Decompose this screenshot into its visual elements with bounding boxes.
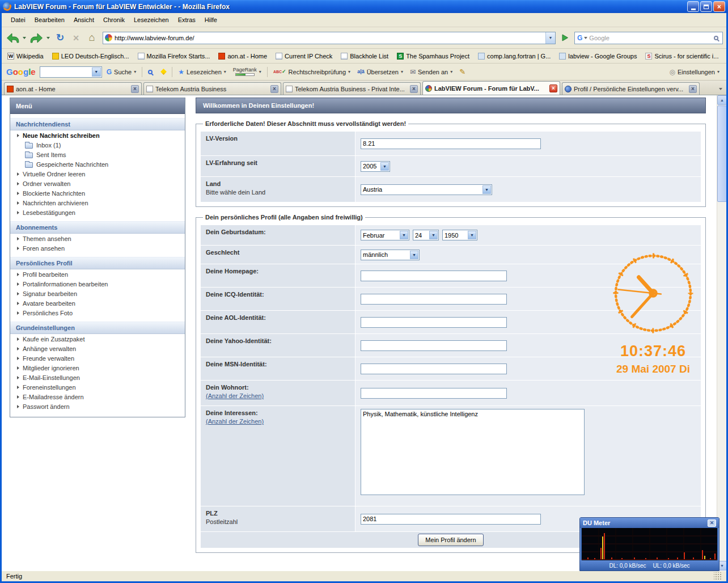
go-button[interactable]: [559, 33, 571, 42]
lv-erfahrung-select[interactable]: 2005▼: [361, 161, 390, 172]
sidebar-item-pers-nliches-foto[interactable]: Persönliches Foto: [10, 308, 185, 318]
save-profile-button[interactable]: Mein Profil ändern: [418, 534, 483, 546]
google-search-button[interactable]: G Suche ▾: [104, 67, 139, 77]
tab-telekom-austria-business[interactable]: Telekom Austria Business×: [143, 82, 281, 95]
translate-button[interactable]: a|ä Übersetzen ▾: [355, 67, 405, 77]
site-search-button[interactable]: [146, 69, 156, 75]
geschlecht-select[interactable]: männlich▼: [361, 250, 420, 260]
menu-datei[interactable]: Datei: [6, 14, 30, 26]
tab-close-button[interactable]: ×: [270, 85, 278, 93]
sidebar-item-foreneinstellungen[interactable]: Foreneinstellungen: [10, 382, 185, 392]
sidebar-item-inbox-1[interactable]: Inbox (1): [10, 140, 185, 150]
web-search-input[interactable]: [589, 35, 712, 41]
scrollbar-thumb[interactable]: [717, 105, 726, 202]
sidebar-item-avatare-bearbeiten[interactable]: Avatare bearbeiten: [10, 298, 185, 308]
title-bar[interactable]: LabVIEW Forum - Forum für LabVIEW Entwic…: [0, 0, 728, 13]
homepage-input[interactable]: [361, 271, 507, 281]
stop-button[interactable]: ✕: [69, 29, 83, 47]
du-meter-window[interactable]: DU Meter ✕: [579, 517, 719, 571]
forward-button[interactable]: [29, 29, 44, 47]
sidebar-item-nachrichten-archivieren[interactable]: Nachrichten archivieren: [10, 198, 185, 208]
land-select[interactable]: Austria▼: [361, 184, 492, 195]
resize-grip[interactable]: [714, 572, 722, 580]
sidebar-item-signatur-bearbeiten[interactable]: Signatur bearbeiten: [10, 289, 185, 298]
geburtsdatum-select-0[interactable]: Februar▼: [361, 230, 409, 240]
plz-input[interactable]: [361, 514, 541, 525]
send-to-button[interactable]: ✉ Senden an ▾: [408, 67, 455, 77]
sidebar-item-profil-bearbeiten[interactable]: Profil bearbeiten: [10, 269, 185, 279]
bookmark-labview-google-groups[interactable]: labview - Google Groups: [559, 53, 637, 60]
home-button[interactable]: ⌂: [84, 29, 99, 47]
icq-input[interactable]: [361, 294, 507, 305]
spellcheck-button[interactable]: ABC✓ Rechtschreibprüfung ▾: [271, 67, 353, 77]
sidebar-item-ordner-verwalten[interactable]: Ordner verwalten: [10, 179, 185, 188]
sidebar-item-blockierte-nachrichten[interactable]: Blockierte Nachrichten: [10, 188, 185, 198]
wohnort-input[interactable]: [361, 388, 507, 399]
sidebar-item-virtuelle-ordner-leeren[interactable]: Virtuelle Ordner leeren: [10, 169, 185, 179]
tab-aon-at-home[interactable]: aon.at - Home×: [4, 82, 142, 95]
bookmark-the-spamhaus-project[interactable]: SThe Spamhaus Project: [397, 53, 469, 60]
menu-hilfe[interactable]: Hilfe: [200, 14, 222, 26]
maximize-button[interactable]: [700, 1, 712, 12]
sidebar-item-mitglieder-ignorieren[interactable]: Mitglieder ignorieren: [10, 363, 185, 373]
back-button[interactable]: [5, 29, 20, 47]
interessen-textarea[interactable]: [361, 409, 585, 495]
highlighter-button[interactable]: [159, 68, 168, 75]
msn-input[interactable]: [361, 364, 507, 374]
lv-version-input[interactable]: [361, 138, 541, 149]
url-input[interactable]: [115, 33, 545, 43]
bookmark-aon-at-home[interactable]: aon.at - Home: [218, 53, 267, 60]
interessen-count-link[interactable]: (Anzahl der Zeichen): [206, 418, 264, 425]
forward-history-dropdown[interactable]: [45, 29, 52, 47]
sidebar-item-lesebest-tigungen[interactable]: Lesebestätigungen: [10, 208, 185, 217]
geburtsdatum-select-1[interactable]: 24▼: [413, 230, 439, 240]
sidebar-item-neue-nachricht-schreiben[interactable]: Neue Nachricht schreiben: [10, 130, 185, 140]
sidebar-item-passwort-ndern[interactable]: Passwort ändern: [10, 402, 185, 411]
bookmarks-button[interactable]: ★ Lesezeichen ▾: [176, 67, 228, 77]
menu-chronik[interactable]: Chronik: [99, 14, 129, 26]
vertical-scrollbar[interactable]: ▲ ▼: [717, 95, 726, 571]
sidebar-item-kaufe-ein-zusatzpaket[interactable]: Kaufe ein Zusatzpaket: [10, 334, 185, 344]
aol-input[interactable]: [361, 317, 507, 328]
geburtsdatum-select-2[interactable]: 1950▼: [442, 230, 477, 240]
tab-list-dropdown[interactable]: [716, 83, 725, 95]
bookmark-current-ip-check[interactable]: Current IP Check: [276, 53, 332, 60]
menu-lesezeichen[interactable]: Lesezeichen: [129, 14, 173, 26]
tab-close-button[interactable]: ×: [689, 85, 697, 93]
sidebar-item-anh-nge-verwalten[interactable]: Anhänge verwalten: [10, 344, 185, 353]
sidebar-item-sent-items[interactable]: Sent Items: [10, 150, 185, 159]
tab-close-button[interactable]: ×: [410, 85, 418, 93]
du-meter-close-button[interactable]: ✕: [708, 519, 716, 527]
yahoo-input[interactable]: [361, 340, 507, 351]
reload-button[interactable]: ↻: [53, 29, 67, 47]
menu-ansicht[interactable]: Ansicht: [69, 14, 99, 26]
menu-extras[interactable]: Extras: [173, 14, 200, 26]
sidebar-item-freunde-verwalten[interactable]: Freunde verwalten: [10, 353, 185, 363]
engine-dropdown-icon[interactable]: [584, 37, 587, 39]
settings-button[interactable]: ◎ Einstellungen ▾: [667, 67, 722, 77]
bookmark-comp-lang-fortran-g[interactable]: comp.lang.fortran | G...: [478, 53, 551, 60]
menu-bearbeiten[interactable]: Bearbeiten: [30, 14, 69, 26]
tab-telekom-austria-business-privat-inte[interactable]: Telekom Austria Business - Privat Inte..…: [283, 82, 421, 95]
tab-close-button[interactable]: ×: [549, 85, 557, 92]
sidebar-item-portalinformationen-bearbeiten[interactable]: Portalinformationen bearbeiten: [10, 279, 185, 289]
tab-labview-forum-forum-f-r-labv[interactable]: LabVIEW Forum - Forum für LabV...×: [422, 81, 560, 95]
du-meter-titlebar[interactable]: DU Meter ✕: [580, 518, 719, 528]
minimize-button[interactable]: [687, 1, 699, 12]
pen-button[interactable]: ✎: [457, 67, 468, 77]
search-magnifier-icon[interactable]: [714, 36, 718, 40]
bookmark-scirus-for-scientific-i[interactable]: SScirus - for scientific i...: [645, 53, 718, 60]
close-button[interactable]: ×: [713, 1, 725, 12]
sidebar-item-gespeicherte-nachrichten[interactable]: Gespeicherte Nachrichten: [10, 159, 185, 169]
sidebar-item-foren-ansehen[interactable]: Foren ansehen: [10, 243, 185, 253]
scroll-up-button[interactable]: ▲: [717, 95, 726, 105]
back-history-dropdown[interactable]: [21, 29, 28, 47]
bookmark-mozilla-firefox-starts[interactable]: Mozilla Firefox Starts...: [138, 53, 210, 60]
url-history-dropdown[interactable]: ▼: [545, 32, 555, 44]
sidebar-item-e-mail-einstellungen[interactable]: E-Mail-Einstellungen: [10, 373, 185, 382]
bookmark-blackhole-list[interactable]: Blackhole List: [341, 53, 388, 60]
bookmark-leo-deutsch-englisch[interactable]: LEO Deutsch-Englisch...: [52, 53, 129, 60]
sidebar-item-e-mailadresse-ndern[interactable]: E-Mailadresse ändern: [10, 392, 185, 402]
tab-profil-pers-nliche-einstellungen-verv[interactable]: Profil / Persönliche Einstellungen verv.…: [562, 82, 700, 95]
bookmark-wikipedia[interactable]: WWikipedia: [7, 53, 44, 60]
